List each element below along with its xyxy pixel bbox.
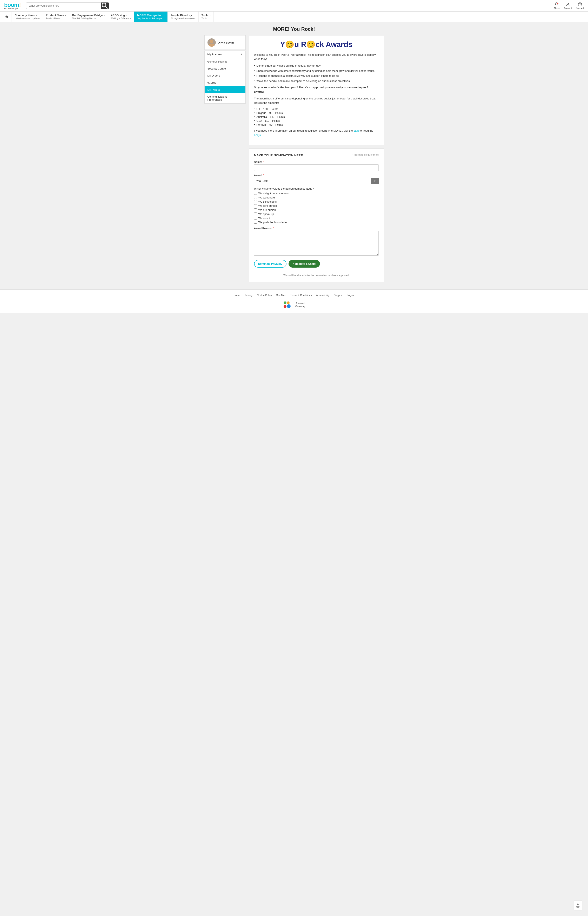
checkbox-are-human[interactable]: We are human [254,208,379,212]
award-title: Y😊u R😊ck Awards [254,40,379,49]
amount-item: USA – 110 – Points [254,119,379,122]
avatar [207,38,216,47]
values-field-group: Which value or values the person demonst… [254,187,379,224]
footer-brand-text: Reward Gateway [296,302,305,308]
required-note: * indicates a required field [352,153,379,156]
footer-logo: Reward Gateway [4,301,584,309]
svg-point-3 [567,3,569,4]
more-info-text: If you need more information on our glob… [254,129,379,137]
footer-link-support[interactable]: Support [332,294,345,297]
footer-link-accessibility[interactable]: Accessibility [314,294,332,297]
checkbox-love-job[interactable]: We love our job [254,204,379,207]
highlight-text: So you know what's the best part? There'… [254,86,379,94]
page-title: MORE! You Rock! [204,26,384,32]
footer-link-privacy[interactable]: Privacy [242,294,255,297]
bullet-item: 'Move the needle' and make an impact to … [254,79,379,83]
nav-item-tools[interactable]: Tools ▾ Tools [199,11,214,22]
checkbox-delight-customers[interactable]: We delight our customers [254,192,379,195]
nav-item-engagement-bridge[interactable]: Our Engagement Bridge ▾ The RG Building … [69,11,108,22]
award-select-wrapper: You Rock ▾ [254,178,379,184]
my-account-header[interactable]: My Account ∧ [205,51,246,58]
main-content: Y😊u R😊ck Awards Welcome to You Rock Peer… [249,35,384,285]
amount-item: Portugal – 90 – Points [254,123,379,126]
bullet-item: Demonstrate our values outside of regula… [254,64,379,68]
form-header: MAKE YOUR NOMINATION HERE: * indicates a… [254,153,379,157]
nominate-share-button[interactable]: Nominate & Share [289,260,320,268]
account-label: Account [564,7,572,9]
amounts-intro: The award has a different value dependin… [254,97,379,105]
alerts-button[interactable]: Alerts [554,2,559,9]
checkbox-own-it-input[interactable] [254,216,257,220]
footer-link-home[interactable]: Home [231,294,242,297]
name-field-group: Name: * [254,160,379,171]
name-input[interactable] [254,165,379,171]
nav-item-rg-giving[interactable]: #RGGiving ▾ Making a Difference [108,11,134,22]
checkbox-push-boundaries-input[interactable] [254,221,257,224]
account-button[interactable]: Account [564,2,572,9]
intro-text: Welcome to You Rock Peer-2-Peer awards! … [254,53,379,61]
nav-item-people-directory[interactable]: People Directory All registered employee… [168,11,199,22]
reason-field-group: Award Reason: * [254,227,379,256]
checkbox-are-human-input[interactable] [254,208,257,211]
checkbox-push-boundaries[interactable]: We push the boundaries [254,221,379,224]
sidebar-item-security-centre[interactable]: Security Centre [205,65,246,72]
user-name: Olivia Bevan [218,41,234,44]
svg-point-9 [284,301,286,304]
nav-item-company-news[interactable]: Company News ▾ Latest news and updates [12,11,43,22]
checkbox-work-hard-input[interactable] [254,196,257,199]
svg-point-2 [557,2,558,4]
footer-link-site-map[interactable]: Site Map [274,294,288,297]
name-label: Name: * [254,160,379,163]
footer-link-terms[interactable]: Terms & Conditions [288,294,314,297]
award-field-group: Award: * You Rock ▾ [254,174,379,184]
logo-sub: For RG People [4,7,21,10]
support-button[interactable]: Support [576,2,584,9]
footer-link-logout[interactable]: Logout [345,294,357,297]
bullet-item: Respond to change in a constructive way … [254,74,379,78]
nominate-privately-button[interactable]: Nominate Privately [254,260,286,268]
checkbox-think-global-input[interactable] [254,200,257,203]
search-input[interactable] [26,2,109,9]
checkbox-work-hard[interactable]: We work hard [254,196,379,199]
faqs-link[interactable]: FAQs [254,134,261,137]
svg-point-12 [287,304,291,308]
checkbox-speak-up[interactable]: We speak up [254,213,379,216]
header: boom! For RG People Alerts Account Suppo… [0,0,588,11]
checkbox-own-it[interactable]: We own it [254,216,379,220]
sidebar-item-general-settings[interactable]: General Settings [205,58,246,65]
search-button[interactable] [101,2,109,9]
award-select[interactable]: You Rock [254,178,379,184]
sidebar-item-communications-preferences[interactable]: Communications Preferences [205,93,246,103]
reason-textarea[interactable] [254,231,379,255]
nav-item-more-recognition[interactable]: MORE! Recognition ▾ Say thanks to RG peo… [134,11,168,22]
header-icons: Alerts Account Support [554,2,584,9]
footer: Home Privacy Cookie Policy Site Map Term… [0,289,588,313]
sidebar: Olivia Bevan My Account ∧ General Settin… [204,35,246,285]
nav-home[interactable] [2,11,12,22]
amount-item: UK – 100 – Points [254,108,379,111]
checkbox-speak-up-input[interactable] [254,213,257,215]
checkbox-think-global[interactable]: We think global [254,200,379,203]
bullets-list: Demonstrate our values outside of regula… [254,64,379,83]
sidebar-item-ecards[interactable]: eCards [205,79,246,86]
alerts-label: Alerts [554,7,559,9]
navigation: Company News ▾ Latest news and updates P… [0,11,588,22]
sidebar-item-my-orders[interactable]: My Orders [205,72,246,79]
page-link[interactable]: page [354,129,360,132]
svg-point-0 [102,3,106,7]
nav-item-product-news[interactable]: Product News ▾ Product News [43,11,69,22]
info-card: Y😊u R😊ck Awards Welcome to You Rock Peer… [249,35,384,145]
form-buttons: Nominate Privately Nominate & Share [254,260,379,268]
footer-links: Home Privacy Cookie Policy Site Map Term… [4,294,584,297]
sidebar-item-my-awards[interactable]: My Awards [205,86,246,93]
checkbox-delight-customers-input[interactable] [254,192,257,195]
checkbox-love-job-input[interactable] [254,204,257,207]
svg-point-7 [210,40,213,43]
bullet-item: Share knowledge with others consistently… [254,69,379,73]
svg-point-11 [284,305,286,308]
rg-logo-dots [283,301,293,309]
content-layout: Olivia Bevan My Account ∧ General Settin… [204,35,384,285]
values-label: Which value or values the person demonst… [254,187,379,190]
award-label: Award: * [254,174,379,177]
footer-link-cookie-policy[interactable]: Cookie Policy [255,294,274,297]
